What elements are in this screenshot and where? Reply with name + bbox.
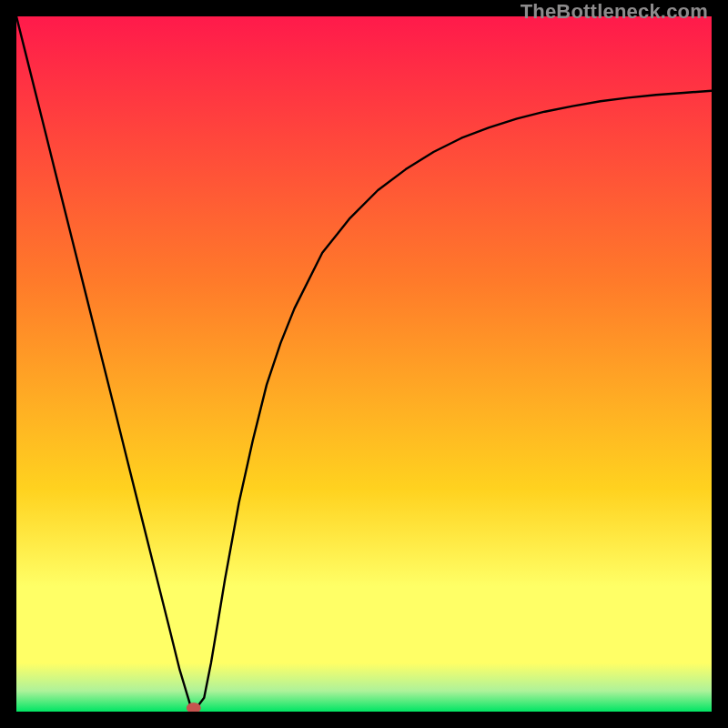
gradient-background: [16, 16, 712, 712]
watermark-text: TheBottleneck.com: [521, 0, 708, 24]
chart-frame: [16, 16, 712, 712]
bottleneck-chart: [16, 16, 712, 712]
